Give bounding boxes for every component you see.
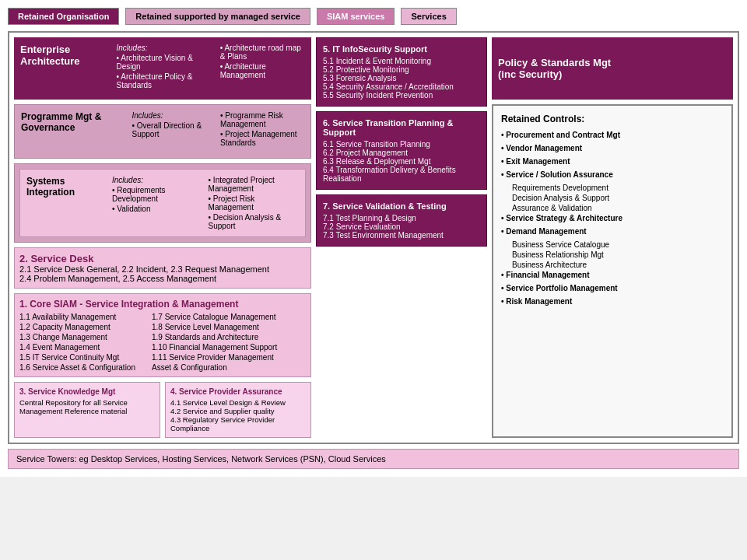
legend-siam: SIAM services <box>317 8 395 25</box>
right-section: Policy & Standards Mgt (inc Security) Re… <box>492 37 733 438</box>
service-provider-item1: 4.1 Service Level Design & Review <box>170 398 306 407</box>
service-transition-item4: 6.4 Transformation Delivery & Benefits <box>323 166 480 174</box>
service-validation-item2: 7.2 Service Evaluation <box>323 222 480 231</box>
programme-content: Includes: • Overall Direction & Support … <box>132 111 304 152</box>
ea-title: Enterprise Architecture <box>20 44 109 93</box>
siam-col1-item5: 1.5 IT Service Continuity Mgt <box>19 353 144 362</box>
programme-col2: • Programme Risk Management • Project Ma… <box>220 111 304 152</box>
ea-col1-item2: • Architecture Policy & Standards <box>117 72 205 89</box>
ea-col1-item1: • Architecture Vision & Design <box>117 54 205 71</box>
service-validation-block: 7. Service Validation & Testing 7.1 Test… <box>316 194 487 247</box>
ea-content: Includes: • Architecture Vision & Design… <box>117 44 306 93</box>
it-info-security-item5: 5.5 Security Incident Prevention <box>323 91 480 100</box>
left-section: Enterprise Architecture Includes: • Arch… <box>14 37 311 438</box>
controls-item-2: • Exit Management <box>501 157 724 166</box>
siam-col1-item6: 1.6 Service Asset & Configuration <box>19 363 144 372</box>
siam-col2-item4: 1.10 Financial Management Support <box>152 343 277 352</box>
controls-sub-3-0: Requirements Development <box>512 184 724 192</box>
programme-block: Programme Mgt & Governance Includes: • O… <box>14 104 311 159</box>
it-info-security-title: 5. IT InfoSecurity Support <box>323 44 480 54</box>
si-title: Systems Integration <box>26 176 104 230</box>
siam-col2-item6: Asset & Configuration <box>152 363 277 372</box>
service-knowledge-block: 3. Service Knowledge Mgt Central Reposit… <box>14 382 160 438</box>
ea-includes-label: Includes: <box>117 44 205 52</box>
service-provider-block: 4. Service Provider Assurance 4.1 Servic… <box>165 382 311 438</box>
service-provider-item2: 4.2 Service and Supplier quality <box>170 407 306 415</box>
si-col1-item1: • Requirements Development <box>112 186 193 203</box>
service-provider-item4: Compliance <box>170 424 306 432</box>
si-col1: Includes: • Requirements Development • V… <box>112 176 193 230</box>
si-col2-item2: • Project Risk Management <box>209 194 299 212</box>
programme-col1: Includes: • Overall Direction & Support <box>132 111 205 152</box>
si-col2-item1: • Integrated Project Management <box>209 176 299 193</box>
si-col2-item3: • Decision Analysis & Support <box>209 213 299 230</box>
siam-col2-item5: 1.11 Service Provider Management <box>152 353 277 362</box>
controls-item-3: • Service / Solution Assurance <box>501 170 724 179</box>
ea-col1: Includes: • Architecture Vision & Design… <box>117 44 205 93</box>
controls-item-8: • Risk Management <box>501 297 724 306</box>
service-validation-item1: 7.1 Test Planning & Design <box>323 214 480 222</box>
si-content: Includes: • Requirements Development • V… <box>112 176 299 230</box>
siam-col1: 1.1 Availability Management 1.2 Capacity… <box>19 313 144 372</box>
controls-sub-5-0: Business Service Catalogue <box>512 240 724 249</box>
service-transition-item5: Realisation <box>323 174 480 183</box>
service-towers-label: Service Towers: eg Desktop Services, Hos… <box>16 454 386 464</box>
core-siam-content: 1.1 Availability Management 1.2 Capacity… <box>19 313 306 372</box>
programme-title: Programme Mgt & Governance <box>21 111 124 152</box>
siam-col2-item3: 1.9 Standards and Architecture <box>152 333 277 341</box>
service-desk-title: 2. Service Desk <box>19 253 306 264</box>
service-transition-block: 6. Service Transition Planning & Support… <box>316 111 487 190</box>
it-info-security-item2: 5.2 Protective Monitoring <box>323 65 480 74</box>
controls-item-6: • Financial Management <box>501 271 724 279</box>
service-knowledge-description: Central Repository for all Service Manag… <box>19 398 155 415</box>
service-provider-item3: 4.3 Regulatory Service Provider <box>170 415 306 424</box>
legend-retained: Retained Organisation <box>8 8 119 25</box>
it-info-security-item1: 5.1 Incident & Event Monitoring <box>323 57 480 65</box>
bottom-small-row: 3. Service Knowledge Mgt Central Reposit… <box>14 382 311 438</box>
service-transition-item2: 6.2 Project Management <box>323 149 480 157</box>
it-info-security-block: 5. IT InfoSecurity Support 5.1 Incident … <box>316 37 487 107</box>
service-transition-item1: 6.1 Service Transition Planning <box>323 140 480 149</box>
policy-title: Policy & Standards Mgt (inc Security) <box>498 57 611 80</box>
systems-integration-block: Systems Integration Includes: • Requirem… <box>19 169 306 237</box>
ea-col2: • Architecture road map & Plans • Archit… <box>220 44 305 93</box>
service-validation-item3: 7.3 Test Environment Management <box>323 231 480 240</box>
controls-sub-3-1: Decision Analysis & Support <box>512 194 724 202</box>
siam-col1-item1: 1.1 Availability Management <box>19 313 144 321</box>
siam-col1-item2: 1.2 Capacity Management <box>19 323 144 331</box>
legend-bar: Retained Organisation Retained supported… <box>8 8 739 25</box>
siam-col2: 1.7 Service Catalogue Management 1.8 Ser… <box>152 313 277 372</box>
siam-col2-item2: 1.8 Service Level Management <box>152 323 277 331</box>
programme-includes: Includes: <box>132 111 205 120</box>
retained-controls-block: Retained Controls: • Procurement and Con… <box>492 104 733 438</box>
systems-integration-outer: Systems Integration Includes: • Requirem… <box>14 163 311 243</box>
controls-item-1: • Vendor Management <box>501 144 724 152</box>
core-siam-block: 1. Core SIAM - Service Integration & Man… <box>14 293 311 377</box>
siam-col1-item3: 1.3 Change Management <box>19 333 144 341</box>
controls-item-7: • Service Portfolio Management <box>501 284 724 292</box>
programme-col1-item1: • Overall Direction & Support <box>132 121 205 138</box>
controls-item-5: • Demand Management <box>501 227 724 236</box>
service-transition-item3: 6.3 Release & Deployment Mgt <box>323 157 480 166</box>
controls-item-0: • Procurement and Contract Mgt <box>501 131 724 139</box>
middle-section: 5. IT InfoSecurity Support 5.1 Incident … <box>316 37 487 438</box>
programme-col2-item2: • Project Management Standards <box>220 130 304 147</box>
ea-col2-item2: • Architecture Management <box>220 62 305 79</box>
programme-col2-item1: • Programme Risk Management <box>220 111 304 128</box>
service-desk-item1: 2.1 Service Desk General, 2.2 Incident, … <box>19 264 306 274</box>
service-towers-bar: Service Towers: eg Desktop Services, Hos… <box>8 449 739 469</box>
legend-managed: Retained supported by managed service <box>125 8 310 25</box>
si-col1-item2: • Validation <box>112 205 193 213</box>
siam-col1-item4: 1.4 Event Management <box>19 343 144 352</box>
si-includes: Includes: <box>112 176 193 184</box>
it-info-security-item4: 5.4 Security Assurance / Accreditation <box>323 82 480 91</box>
si-col2: • Integrated Project Management • Projec… <box>209 176 299 230</box>
legend-services: Services <box>401 8 456 25</box>
controls-sub-3-2: Assurance & Validation <box>512 204 724 212</box>
it-info-security-item3: 5.3 Forensic Analysis <box>323 74 480 82</box>
service-knowledge-title: 3. Service Knowledge Mgt <box>19 387 155 396</box>
service-transition-title: 6. Service Transition Planning & Support <box>323 118 480 137</box>
siam-col2-item1: 1.7 Service Catalogue Management <box>152 313 277 321</box>
controls-item-4: • Service Strategy & Architecture <box>501 214 724 222</box>
policy-block: Policy & Standards Mgt (inc Security) <box>492 37 733 100</box>
